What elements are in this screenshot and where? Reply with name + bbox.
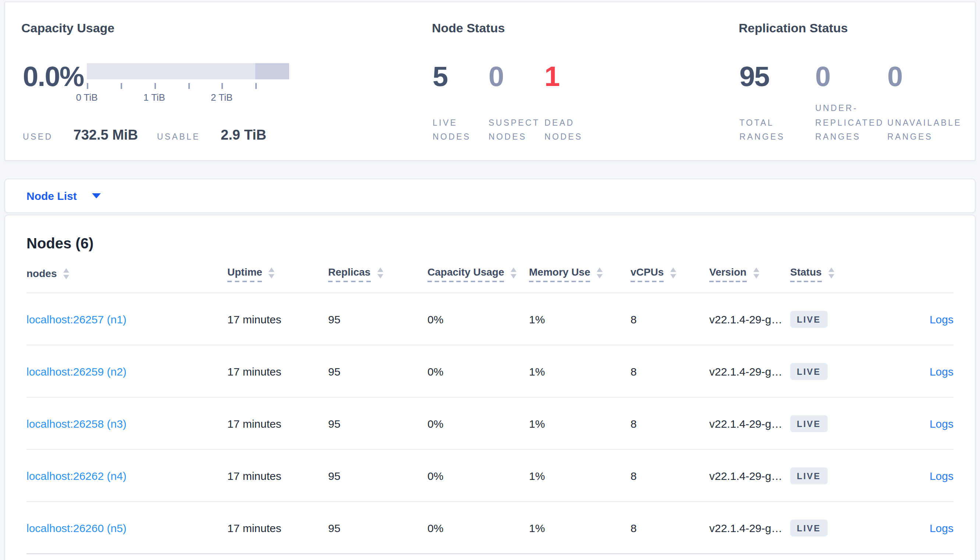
- sort-icon: [597, 268, 603, 278]
- memory-use-cell: 1%: [529, 365, 630, 377]
- uptime-cell: 17 minutes: [227, 313, 328, 325]
- capacity-bar-chart: 0 TiB 1 TiB 2 TiB: [87, 63, 289, 79]
- usable-label: USABLE: [157, 132, 200, 141]
- sort-icon: [753, 268, 759, 278]
- column-header-replicas[interactable]: Replicas: [328, 266, 428, 292]
- column-header-status[interactable]: Status: [790, 266, 873, 292]
- node-address-link[interactable]: localhost:26259 (n2): [27, 365, 127, 377]
- capacity-tick: [154, 83, 156, 89]
- table-row: localhost:26258 (n3) 17 minutes 95 0% 1%…: [27, 398, 953, 450]
- view-selector-bar: Node List: [4, 178, 976, 213]
- capacity-used-usable-row: USED 732.5 MiB USABLE 2.9 TiB: [23, 127, 286, 143]
- usable-value: 2.9 TiB: [221, 127, 266, 143]
- column-header-capacity-usage[interactable]: Capacity Usage: [428, 266, 529, 292]
- column-header-memory-use[interactable]: Memory Use: [529, 266, 630, 292]
- sort-icon: [269, 268, 275, 278]
- unavailable-ranges-count: 0: [887, 61, 980, 93]
- suspect-nodes-label: SUSPECT NODES: [488, 116, 540, 145]
- cluster-overview-page: Capacity Usage 0.0% 0 TiB 1 TiB 2 TiB US…: [0, 0, 980, 560]
- status-badge: LIVE: [790, 467, 827, 484]
- vcpus-cell: 8: [630, 365, 709, 377]
- live-nodes-count: 5: [433, 61, 488, 93]
- cluster-summary-card: Capacity Usage 0.0% 0 TiB 1 TiB 2 TiB US…: [4, 2, 976, 161]
- under-replicated-ranges-label: UNDER-REPLICATED RANGES: [815, 102, 885, 145]
- capacity-usage-cell: 0%: [428, 417, 529, 430]
- capacity-tick-label: 2 TiB: [211, 92, 232, 103]
- table-row: localhost:26259 (n2) 17 minutes 95 0% 1%…: [27, 345, 953, 398]
- replicas-cell: 95: [328, 365, 428, 377]
- sort-icon: [63, 268, 69, 279]
- vcpus-cell: 8: [630, 417, 709, 430]
- logs-link[interactable]: Logs: [930, 522, 953, 534]
- replication-status-panel: Replication Status 95 0 0 TOTAL RANGES U…: [739, 2, 974, 160]
- version-cell: v22.1.4-29-g…: [709, 469, 790, 482]
- table-row: localhost:26262 (n4) 17 minutes 95 0% 1%…: [27, 450, 953, 502]
- logs-link[interactable]: Logs: [930, 365, 953, 377]
- memory-use-cell: 1%: [529, 469, 630, 482]
- capacity-tick: [87, 83, 88, 89]
- column-header-uptime[interactable]: Uptime: [227, 266, 328, 292]
- memory-use-cell: 1%: [529, 522, 630, 534]
- logs-link[interactable]: Logs: [930, 313, 953, 325]
- version-cell: v22.1.4-29-g…: [709, 313, 790, 325]
- capacity-tick: [255, 83, 257, 89]
- nodes-table-header: nodes Uptime Replicas Capacity Usage Mem…: [27, 253, 953, 293]
- suspect-nodes-count: 0: [488, 61, 544, 93]
- status-badge: LIVE: [790, 415, 827, 432]
- dead-nodes-count: 1: [544, 61, 633, 93]
- memory-use-cell: 1%: [529, 313, 630, 325]
- node-address-link[interactable]: localhost:26258 (n3): [27, 417, 127, 430]
- capacity-tick-label: 1 TiB: [144, 92, 165, 103]
- status-badge: LIVE: [790, 310, 827, 327]
- capacity-percent-value: 0.0%: [23, 61, 84, 93]
- used-label: USED: [23, 132, 53, 141]
- vcpus-cell: 8: [630, 522, 709, 534]
- capacity-bar-dark-segment: [255, 63, 289, 79]
- memory-use-cell: 1%: [529, 417, 630, 430]
- capacity-usage-cell: 0%: [428, 469, 529, 482]
- logs-link[interactable]: Logs: [930, 469, 953, 482]
- sort-icon: [377, 268, 383, 278]
- capacity-usage-title: Capacity Usage: [21, 21, 114, 36]
- table-row: localhost:26257 (n1) 17 minutes 95 0% 1%…: [27, 293, 953, 345]
- node-address-link[interactable]: localhost:26262 (n4): [27, 469, 127, 482]
- replication-status-title: Replication Status: [739, 21, 848, 36]
- chevron-down-icon[interactable]: [92, 193, 101, 198]
- used-value: 732.5 MiB: [74, 127, 138, 143]
- uptime-cell: 17 minutes: [227, 469, 328, 482]
- dead-nodes-label: DEAD NODES: [544, 116, 587, 145]
- sort-icon: [511, 268, 517, 278]
- nodes-section-title: Nodes (6): [27, 215, 953, 253]
- capacity-tick: [120, 83, 122, 89]
- capacity-usage-cell: 0%: [428, 365, 529, 377]
- node-list-dropdown[interactable]: Node List: [27, 190, 77, 202]
- replicas-cell: 95: [328, 522, 428, 534]
- node-address-link[interactable]: localhost:26260 (n5): [27, 522, 127, 534]
- column-header-nodes[interactable]: nodes: [27, 268, 227, 292]
- live-nodes-label: LIVE NODES: [433, 116, 475, 145]
- under-replicated-ranges-count: 0: [815, 61, 887, 93]
- uptime-cell: 17 minutes: [227, 522, 328, 534]
- replicas-cell: 95: [328, 469, 428, 482]
- capacity-tick-label: 0 TiB: [76, 92, 97, 103]
- capacity-usage-cell: 0%: [428, 522, 529, 534]
- vcpus-cell: 8: [630, 469, 709, 482]
- capacity-tick: [188, 83, 189, 89]
- logs-link[interactable]: Logs: [930, 417, 953, 430]
- version-cell: v22.1.4-29-g…: [709, 522, 790, 534]
- node-address-link[interactable]: localhost:26257 (n1): [27, 313, 127, 325]
- uptime-cell: 17 minutes: [227, 417, 328, 430]
- capacity-bar: [87, 63, 289, 79]
- total-ranges-count: 95: [739, 61, 815, 93]
- capacity-usage-panel: Capacity Usage 0.0% 0 TiB 1 TiB 2 TiB US…: [21, 2, 419, 160]
- column-header-vcpus[interactable]: vCPUs: [630, 266, 709, 292]
- status-badge: LIVE: [790, 363, 827, 380]
- total-ranges-label: TOTAL RANGES: [739, 116, 785, 145]
- status-badge: LIVE: [790, 519, 827, 536]
- table-row: localhost:26260 (n5) 17 minutes 95 0% 1%…: [27, 502, 953, 554]
- column-header-version[interactable]: Version: [709, 266, 790, 292]
- unavailable-ranges-label: UNAVAILABLE RANGES: [887, 116, 970, 145]
- version-cell: v22.1.4-29-g…: [709, 417, 790, 430]
- replicas-cell: 95: [328, 313, 428, 325]
- replicas-cell: 95: [328, 417, 428, 430]
